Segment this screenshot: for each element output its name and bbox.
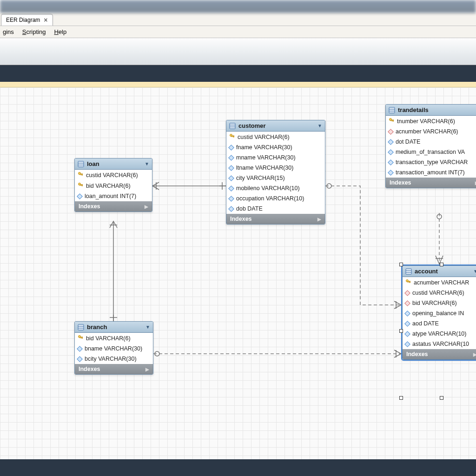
column-row[interactable]: acnumber VARCHAR(6) [386,126,476,137]
column-diamond-icon [388,149,394,155]
column-row[interactable]: bid VARCHAR(6) [75,180,152,191]
table-icon [389,107,395,113]
column-row[interactable]: custid VARCHAR(6) [226,132,325,142]
selection-handle[interactable] [399,329,403,333]
column-row[interactable]: occupation VARCHAR(10) [226,193,325,204]
entity-header-loan[interactable]: loan ▼ [75,159,152,170]
column-diamond-icon [77,356,83,362]
chevron-down-icon[interactable]: ▼ [473,269,476,274]
column-diamond-icon [228,175,234,181]
svg-rect-15 [82,185,83,186]
key-icon [389,118,394,125]
column-text: aod DATE [412,320,439,327]
column-row[interactable]: dot DATE [386,137,476,147]
entity-title: account [415,268,438,275]
ribbon [0,65,476,82]
entity-indexes-account[interactable]: Indexes ▶ [403,349,476,359]
diagram-canvas[interactable]: loan ▼ custid VARCHAR(6)bid VARCHAR(6)lo… [0,87,476,464]
column-row[interactable]: city VARCHAR(15) [226,173,325,183]
column-row[interactable]: bcity VARCHAR(30) [75,354,153,364]
column-text: bid VARCHAR(6) [86,183,131,189]
column-text: mobileno VARCHAR(10) [236,185,300,192]
column-diamond-icon [228,206,234,212]
column-row[interactable]: bid VARCHAR(6) [75,333,153,344]
entity-columns-account: acnumber VARCHARcustid VARCHAR(6)bid VAR… [403,277,476,349]
column-text: dob DATE [236,205,263,212]
entity-indexes-trandetails[interactable]: Indexes ▶ [386,178,476,188]
entity-indexes-branch[interactable]: Indexes ▶ [75,364,153,374]
column-row[interactable]: bname VARCHAR(30) [75,344,153,354]
table-icon [229,123,236,129]
chevron-down-icon[interactable]: ▼ [145,161,149,166]
column-row[interactable]: medium_of_transaction VA [386,147,476,157]
svg-rect-7 [78,161,84,167]
column-text: bname VARCHAR(30) [85,345,142,352]
table-icon [78,324,84,331]
column-row[interactable]: loan_amount INT(7) [75,191,152,201]
column-row[interactable]: custid VARCHAR(6) [75,170,152,180]
entity-branch[interactable]: branch ▼ bid VARCHAR(6)bname VARCHAR(30)… [74,321,153,375]
entity-indexes-customer[interactable]: Indexes ▶ [226,214,325,224]
menu-bar: gins Scripting Help [0,26,476,38]
menu-plugins[interactable]: gins [3,28,14,35]
entity-account[interactable]: account ▼ acnumber VARCHARcustid VARCHAR… [402,265,476,360]
entity-header-trandetails[interactable]: trandetails ▼ [386,105,476,116]
column-row[interactable]: astatus VARCHAR(10 [403,339,476,349]
svg-rect-16 [230,123,235,129]
menu-help[interactable]: Help [54,28,66,35]
tab-eer-diagram[interactable]: EER Diagram × [1,14,53,26]
column-text: bid VARCHAR(6) [86,335,131,342]
toolbar [0,38,476,65]
column-row[interactable]: aod DATE [403,318,476,329]
entity-trandetails[interactable]: trandetails ▼ tnumber VARCHAR(6)acnumber… [385,104,476,188]
column-row[interactable]: opening_balance IN [403,308,476,318]
column-row[interactable]: atype VARCHAR(10) [403,329,476,339]
selection-handle[interactable] [399,396,403,400]
column-diamond-icon [228,145,234,151]
column-row[interactable]: mname VARCHAR(30) [226,152,325,163]
tab-bar: EER Diagram × [0,13,476,26]
menu-scripting[interactable]: Scripting [22,28,46,35]
svg-rect-34 [406,269,411,274]
entity-header-customer[interactable]: customer ▼ [226,120,325,132]
entity-customer[interactable]: customer ▼ custid VARCHAR(6)fname VARCHA… [226,120,325,225]
column-text: tnumber VARCHAR(6) [397,118,455,125]
entity-indexes-loan[interactable]: Indexes ▶ [75,201,152,212]
column-text: custid VARCHAR(6) [86,172,138,178]
column-row[interactable]: fname VARCHAR(30) [226,142,325,152]
column-text: loan_amount INT(7) [85,193,136,199]
column-row[interactable]: dob DATE [226,204,325,214]
table-icon [405,268,412,275]
entity-header-branch[interactable]: branch ▼ [75,322,153,333]
column-row[interactable]: bid VARCHAR(6) [403,298,476,308]
footer-bar [0,459,476,476]
column-text: acnumber VARCHAR(6) [396,128,458,135]
column-row[interactable]: mobileno VARCHAR(10) [226,183,325,193]
svg-point-6 [155,351,159,356]
column-row[interactable]: acnumber VARCHAR [403,277,476,288]
column-row[interactable]: custid VARCHAR(6) [403,288,476,298]
chevron-down-icon[interactable]: ▼ [145,324,150,330]
column-row[interactable]: ltname VARCHAR(30) [226,163,325,173]
column-text: acnumber VARCHAR [414,279,469,286]
column-row[interactable]: transaction_amount INT(7) [386,167,476,178]
column-diamond-icon [404,341,410,347]
svg-point-4 [437,214,442,219]
svg-rect-12 [82,174,83,175]
column-text: occupation VARCHAR(10) [236,195,304,202]
column-text: astatus VARCHAR(10 [412,341,469,347]
column-text: custid VARCHAR(6) [412,290,464,296]
column-row[interactable]: tnumber VARCHAR(6) [386,116,476,126]
entity-loan[interactable]: loan ▼ custid VARCHAR(6)bid VARCHAR(6)lo… [74,158,152,212]
chevron-down-icon[interactable]: ▼ [317,123,322,128]
close-icon[interactable]: × [44,16,47,24]
column-text: ltname VARCHAR(30) [236,165,293,171]
column-text: transaction_amount INT(7) [396,169,465,176]
entity-title: trandetails [398,106,429,113]
selection-handle[interactable] [440,263,443,266]
entity-header-account[interactable]: account ▼ [403,266,476,277]
svg-rect-39 [410,281,410,283]
selection-handle[interactable] [440,396,443,400]
selection-handle[interactable] [399,263,403,266]
column-row[interactable]: transaction_type VARCHAR [386,157,476,167]
